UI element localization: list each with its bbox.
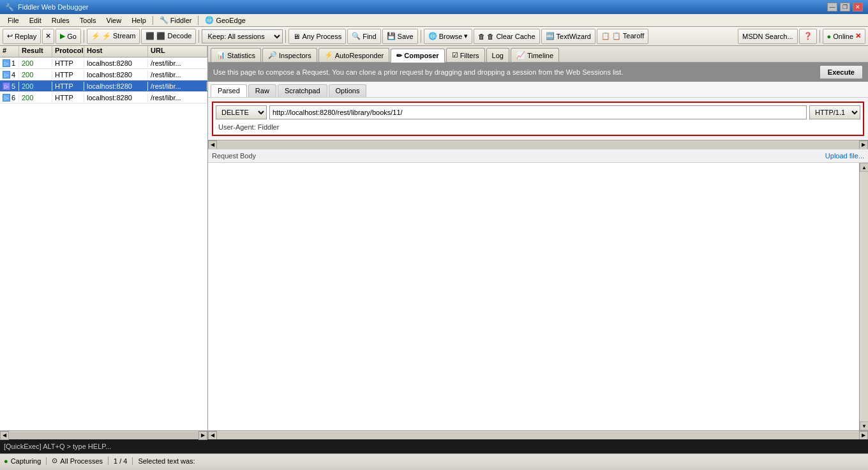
save-button[interactable]: 💾 Save — [382, 29, 418, 44]
menu-tools[interactable]: Tools — [75, 15, 101, 26]
menu-help[interactable]: Help — [126, 15, 151, 26]
browse-dropdown-icon: ▾ — [464, 32, 468, 40]
close-button[interactable]: ✕ — [853, 3, 863, 11]
any-process-button[interactable]: 🖥 Any Process — [288, 29, 346, 44]
cell-num: ▷1 — [0, 59, 19, 68]
cell-result: 200 — [19, 59, 52, 68]
request-body-section: Request Body Upload file... — [208, 149, 868, 163]
body-h-scrollbar[interactable]: ◀ ▶ — [208, 430, 868, 439]
restore-button[interactable]: ❐ — [840, 3, 850, 11]
cell-host: localhost:8280 — [84, 59, 148, 68]
help-button[interactable]: ❓ — [799, 29, 817, 44]
cell-url: /rest/libr... — [148, 93, 207, 102]
pages-label: 1 / 4 — [114, 457, 127, 465]
online-icon: ● — [827, 33, 832, 40]
scroll-left-btn[interactable]: ◀ — [0, 431, 9, 440]
tab-filters[interactable]: ☑ Filters — [446, 48, 485, 62]
cell-protocol: HTTP — [52, 82, 84, 91]
composer-tab-parsed[interactable]: Parsed — [211, 84, 247, 97]
toolbar-sep-1 — [84, 30, 84, 43]
tab-statistics[interactable]: 📊 Statistics — [211, 48, 261, 62]
composer-tab-options[interactable]: Options — [329, 84, 367, 97]
browse-button[interactable]: 🌐 Browse ▾ — [424, 29, 473, 44]
menu-edit[interactable]: Edit — [24, 15, 47, 26]
replay-button[interactable]: ↩ Replay — [3, 29, 41, 44]
method-dropdown[interactable]: DELETE GET POST PUT PATCH HEAD OPTIONS — [216, 105, 267, 119]
decode-button[interactable]: ⬛ ⬛ Decode — [141, 29, 196, 44]
body-h-scroll-right-btn[interactable]: ▶ — [859, 431, 868, 440]
table-row[interactable]: ▷5 200 HTTP localhost:8280 /rest/libr... — [0, 80, 207, 92]
cell-url: /rest/libr... — [148, 82, 207, 91]
process-label: All Processes — [60, 457, 103, 465]
main-layout: # Result Protocol Host URL ▷1 200 HTTP l… — [0, 46, 868, 439]
selected-text-label: Selected text was: — [138, 457, 195, 465]
cell-protocol: HTTP — [52, 59, 84, 68]
tab-composer[interactable]: ✏ Composer — [391, 49, 444, 63]
go-icon: ▶ — [60, 32, 65, 40]
v-scroll-down-btn[interactable]: ▼ — [860, 421, 868, 430]
capture-label: Capturing — [11, 457, 41, 465]
status-bar: ● Capturing ⊙ All Processes 1 / 4 Select… — [0, 453, 868, 467]
col-header-result: Result — [19, 46, 52, 57]
find-button[interactable]: 🔍 Find — [347, 29, 380, 44]
inspectors-icon: 🔎 — [268, 51, 277, 59]
tab-inspectors[interactable]: 🔎 Inspectors — [262, 48, 317, 62]
v-scroll-up-btn[interactable]: ▲ — [860, 163, 868, 172]
tab-autoresponder[interactable]: ⚡ AutoResponder — [318, 48, 389, 62]
scroll-right-btn[interactable]: ▶ — [198, 431, 207, 440]
right-panel: 📊 Statistics 🔎 Inspectors ⚡ AutoResponde… — [208, 46, 868, 439]
protocol-dropdown[interactable]: HTTP/1.1 HTTP/2 — [809, 105, 860, 119]
menu-file[interactable]: File — [3, 15, 24, 26]
body-h-scroll-left-btn[interactable]: ◀ — [208, 431, 217, 440]
table-row[interactable]: ▷4 200 HTTP localhost:8280 /rest/libr... — [0, 69, 207, 80]
composer-tab-raw[interactable]: Raw — [248, 84, 276, 97]
body-v-scrollbar[interactable]: ▲ ▼ — [859, 163, 868, 430]
clear-cache-button[interactable]: 🗑 🗑 Clear Cache — [474, 29, 539, 44]
cell-url: /rest/libr... — [148, 59, 207, 68]
help-icon: ❓ — [804, 32, 812, 40]
menu-rules[interactable]: Rules — [47, 15, 75, 26]
v-scroll-track — [860, 172, 868, 421]
clear-cache-icon: 🗑 — [478, 33, 485, 40]
table-row[interactable]: ▷6 200 HTTP localhost:8280 /rest/libr... — [0, 92, 207, 103]
tearoff-button[interactable]: 📋 📋 Tearoff — [597, 29, 648, 44]
textwizard-button[interactable]: 🔤 TextWizard — [541, 29, 595, 44]
left-h-scrollbar[interactable]: ◀ ▶ — [0, 430, 207, 439]
request-box: DELETE GET POST PUT PATCH HEAD OPTIONS H… — [212, 102, 864, 136]
timeline-icon: 📈 — [516, 51, 525, 59]
h-scroll-right-btn[interactable]: ▶ — [859, 140, 868, 149]
execute-button[interactable]: Execute — [819, 65, 863, 79]
minimize-button[interactable]: — — [827, 3, 837, 11]
url-input[interactable] — [269, 105, 807, 119]
stream-button[interactable]: ⚡ ⚡ Stream — [87, 29, 140, 44]
cell-result: 200 — [19, 93, 52, 102]
msdn-search-input[interactable]: MSDN Search... — [738, 29, 797, 44]
cell-protocol: HTTP — [52, 93, 84, 102]
tab-timeline[interactable]: 📈 Timeline — [511, 48, 559, 62]
browse-icon: 🌐 — [428, 32, 437, 40]
h-scroll-left-btn[interactable]: ◀ — [208, 140, 217, 149]
request-body-textarea[interactable] — [208, 163, 859, 430]
menu-geoedge[interactable]: 🌐 GeoEdge — [200, 15, 250, 26]
stream-icon: ⚡ — [91, 32, 100, 40]
table-row[interactable]: ▷1 200 HTTP localhost:8280 /rest/libr... — [0, 57, 207, 69]
geoedge-icon: 🌐 — [205, 16, 214, 24]
tab-log[interactable]: Log — [486, 48, 509, 62]
online-button[interactable]: ● Online ✕ — [823, 29, 865, 44]
go-button[interactable]: ▶ Go — [56, 29, 81, 44]
quick-exec-bar: [QuickExec] ALT+Q > type HELP... — [0, 439, 868, 453]
request-body-label: Request Body — [212, 152, 256, 160]
headers-text: User-Agent: Fiddler — [216, 122, 860, 132]
cell-url: /rest/libr... — [148, 70, 207, 79]
x-button[interactable]: ✕ — [42, 29, 54, 44]
composer-tab-scratchpad[interactable]: Scratchpad — [278, 84, 327, 97]
menu-view[interactable]: View — [101, 15, 127, 26]
upload-file-link[interactable]: Upload file... — [825, 152, 864, 160]
keep-dropdown[interactable]: Keep: All sessions Keep: 10 sessions Kee… — [202, 29, 283, 43]
process-icon: ⊙ — [52, 457, 57, 465]
fiddler-icon: 🔧 — [160, 16, 168, 24]
menu-separator-2 — [198, 16, 198, 25]
pages-status: 1 / 4 — [114, 457, 133, 465]
menu-fiddler[interactable]: 🔧 Fiddler — [154, 15, 197, 26]
request-h-scrollbar[interactable]: ◀ ▶ — [208, 140, 868, 149]
